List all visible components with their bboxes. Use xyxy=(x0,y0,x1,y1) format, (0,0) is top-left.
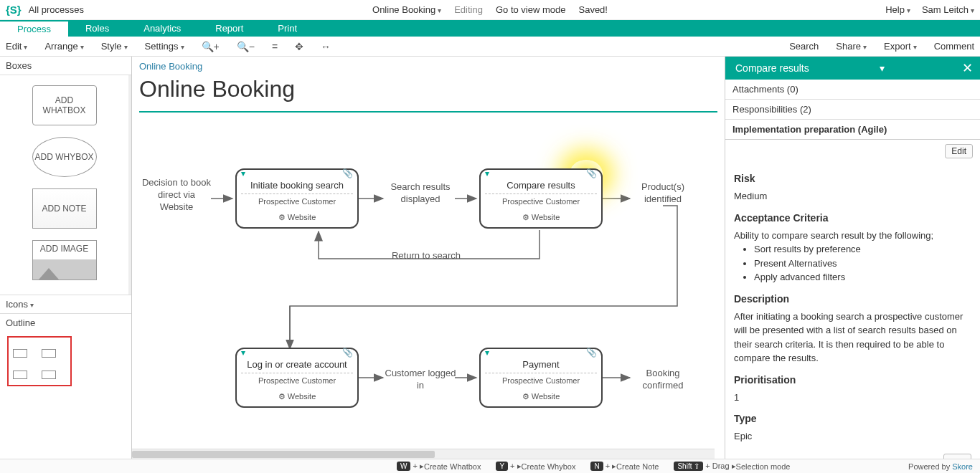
tab-print[interactable]: Print xyxy=(260,20,314,37)
label-booking-confirmed: Booking confirmed xyxy=(634,368,692,392)
chevron-down-icon: ▾ xyxy=(485,168,489,178)
breadcrumb: Online Booking xyxy=(132,57,725,76)
search-button[interactable]: Search xyxy=(789,41,819,52)
attachment-icon: 📎 xyxy=(586,348,597,358)
description-value: After initiating a booking search a pros… xyxy=(734,310,971,366)
tab-implementation[interactable]: Implementation preparation (Agile) xyxy=(725,120,980,140)
label-decision: Decision to book direct via Website xyxy=(141,177,212,214)
horizontal-scrollbar[interactable] xyxy=(132,449,715,459)
all-processes-link[interactable]: All processes xyxy=(29,4,84,15)
hresize-icon[interactable]: ↔ xyxy=(321,41,331,52)
details-header: Compare results ▾ ✕ xyxy=(725,57,980,80)
outline-head[interactable]: Outline xyxy=(0,314,131,332)
view-mode-link[interactable]: Go to view mode xyxy=(496,4,566,15)
box-role: Prospective Customer xyxy=(241,376,353,385)
label-return-to-search: Return to search xyxy=(383,250,469,262)
outline-minimap[interactable] xyxy=(7,336,72,386)
export-menu[interactable]: Export▾ xyxy=(884,41,917,52)
box-system: ⚙Website xyxy=(241,213,353,222)
box-role: Prospective Customer xyxy=(485,197,597,206)
comment-button[interactable]: Comment xyxy=(934,41,974,52)
prioritisation-heading: Prioritisation xyxy=(734,373,971,388)
details-content: Risk Medium Acceptance Criteria Ability … xyxy=(725,158,980,459)
label-products-identified: Product(s) identified xyxy=(634,181,692,206)
zoom-in-icon[interactable]: 🔍+ xyxy=(202,41,220,52)
label-search-results: Search results displayed xyxy=(385,181,456,206)
main-layout: Boxes ADD WHATBOX ADD WHYBOX ADD NOTE AD… xyxy=(0,57,980,459)
top-bar: {S} All processes Online Booking▾ Editin… xyxy=(0,0,980,20)
acceptance-intro: Ability to compare search result by the … xyxy=(734,229,971,243)
breadcrumb-link[interactable]: Online Booking xyxy=(139,61,202,72)
pan-icon[interactable]: ✥ xyxy=(295,41,303,52)
app-logo: {S} xyxy=(6,4,22,16)
box-title: Compare results xyxy=(485,180,597,191)
chevron-down-icon: ▾ xyxy=(241,168,245,178)
icons-panel-head[interactable]: Icons▾ xyxy=(0,295,131,313)
page-title: Online Booking xyxy=(132,76,725,111)
process-box-compare-results[interactable]: ▾ 📎 Compare results Prospective Customer… xyxy=(479,168,603,229)
tab-analytics[interactable]: Analytics xyxy=(126,20,198,37)
attachment-icon: 📎 xyxy=(342,168,353,178)
user-menu[interactable]: Sam Leitch xyxy=(922,4,969,15)
outline-panel: Outline xyxy=(0,313,131,459)
boxes-panel-head[interactable]: Boxes xyxy=(0,57,131,75)
box-title: Payment xyxy=(485,359,597,370)
details-title: Compare results xyxy=(735,62,809,74)
add-whatbox[interactable]: ADD WHATBOX xyxy=(32,85,97,125)
attachment-icon: 📎 xyxy=(342,348,353,358)
tab-roles[interactable]: Roles xyxy=(68,20,126,37)
risk-heading: Risk xyxy=(734,171,971,186)
gear-icon: ⚙ xyxy=(522,213,529,221)
add-note[interactable]: ADD NOTE xyxy=(32,188,97,229)
left-sidebar: Boxes ADD WHATBOX ADD WHYBOX ADD NOTE AD… xyxy=(0,57,132,459)
help-menu[interactable]: Help xyxy=(885,4,905,15)
fit-icon[interactable]: = xyxy=(272,41,278,52)
process-box-payment[interactable]: ▾ 📎 Payment Prospective Customer ⚙Websit… xyxy=(479,348,603,408)
powered-by: Powered by Skore xyxy=(908,462,973,471)
edit-menu[interactable]: Edit▾ xyxy=(6,41,27,52)
add-image-label: ADD IMAGE xyxy=(40,244,88,254)
box-role: Prospective Customer xyxy=(485,376,597,385)
skore-link[interactable]: Skore xyxy=(952,462,973,471)
doc-title[interactable]: Online Booking xyxy=(372,4,435,15)
share-menu[interactable]: Share▾ xyxy=(836,41,867,52)
tab-report[interactable]: Report xyxy=(198,20,260,37)
type-heading: Type xyxy=(734,411,971,426)
add-image[interactable]: ADD IMAGE xyxy=(32,240,97,280)
process-box-login[interactable]: ▾ 📎 Log in or create account Prospective… xyxy=(235,348,359,408)
add-whybox[interactable]: ADD WHYBOX xyxy=(32,137,97,177)
caret-icon: ▾ xyxy=(438,6,441,14)
tab-attachments[interactable]: Attachments (0) xyxy=(725,80,980,100)
gear-icon: ⚙ xyxy=(278,213,286,221)
arrange-menu[interactable]: Arrange▾ xyxy=(44,41,83,52)
zoom-out-icon[interactable]: 🔍− xyxy=(237,41,255,52)
close-icon[interactable]: ✕ xyxy=(962,60,973,76)
caret-icon: ▾ xyxy=(971,6,974,14)
image-thumb-icon xyxy=(33,259,96,280)
box-system: ⚙Website xyxy=(485,213,597,222)
tab-process[interactable]: Process xyxy=(0,20,68,37)
status-bar: W+ ▸ Create Whatbox Y+ ▸ Create Whybox N… xyxy=(0,459,980,473)
chevron-down-icon: ▾ xyxy=(241,348,245,358)
acceptance-item: Sort results by preference xyxy=(754,242,971,257)
box-role: Prospective Customer xyxy=(241,197,353,206)
acceptance-item: Apply advanced filters xyxy=(754,270,971,285)
toolbar: Edit▾ Arrange▾ Style▾ Settings▾ 🔍+ 🔍− = … xyxy=(0,37,980,57)
tab-responsibilities[interactable]: Responsibilities (2) xyxy=(725,100,980,120)
edit-button[interactable]: Edit xyxy=(943,454,971,459)
hint-whybox: Y+ ▸ Create Whybox xyxy=(494,462,575,471)
primary-nav: Process Roles Analytics Report Print xyxy=(0,20,980,37)
right-sidebar: Compare results ▾ ✕ Attachments (0) Resp… xyxy=(725,57,980,459)
box-title: Log in or create account xyxy=(241,359,353,370)
style-menu[interactable]: Style▾ xyxy=(101,41,128,52)
description-heading: Description xyxy=(734,292,971,307)
boxes-palette: ADD WHATBOX ADD WHYBOX ADD NOTE ADD IMAG… xyxy=(0,75,131,295)
minimize-icon[interactable]: ▾ xyxy=(880,62,885,74)
process-box-initiate-search[interactable]: ▾ 📎 Initiate booking search Prospective … xyxy=(235,168,359,229)
settings-menu[interactable]: Settings▾ xyxy=(145,41,184,52)
acceptance-heading: Acceptance Criteria xyxy=(734,211,971,226)
caret-icon: ▾ xyxy=(907,6,910,14)
gear-icon: ⚙ xyxy=(278,392,286,401)
edit-button[interactable]: Edit xyxy=(945,144,973,158)
canvas-area[interactable]: Online Booking Online Booking xyxy=(132,57,725,459)
